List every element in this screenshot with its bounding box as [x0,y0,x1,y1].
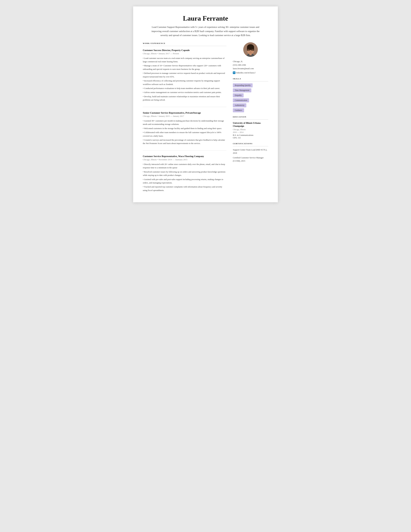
contact-city: Chicago, IL [233,60,268,63]
job-2-bullet-1: • Assisted 30+ customers per month in ma… [143,119,226,126]
skill-3: Empathy [233,93,244,97]
skills-list: Responding Quickly Time Management Empat… [233,83,268,112]
job-3-bullet-1: • Directly interacted with 20+ online st… [143,162,226,170]
work-experience-section: WORK EXPERIENCE Customer Success Directo… [143,42,226,192]
education-section: EDUCATION University of Illinois Urbana-… [233,116,268,139]
svg-rect-12 [249,53,252,55]
resume-page: Laura Ferrante Lead Customer Support Rep… [133,6,278,202]
right-column: Chicago, IL (555) 389-2390 laura.ferrant… [233,42,268,193]
job-2-bullet-2: • Welcomed customers in the storage faci… [143,127,226,130]
skill-4: Communication [233,98,249,102]
avatar [243,42,258,57]
skills-label: SKILLS [233,78,268,80]
job-1-meta: Chicago, Illinois • January 2017 — Prese… [143,52,226,55]
job-1-bullet-2: • Manage a team of 10+ Customer Service … [143,64,226,71]
cert-2: Certified Customer Service Manager (CCSM… [233,156,268,162]
education-label: EDUCATION [233,116,268,118]
left-column: WORK EXPERIENCE Customer Success Directo… [143,42,226,193]
certifications-divider [233,146,268,146]
edu-location: Chicago, Illinois [233,128,268,131]
avatar-container [233,42,268,57]
job-1-bullet-4: • Increased efficiency of collecting and… [143,79,226,86]
job-2-desc: • Assisted 30+ customers per month in ma… [143,119,226,145]
linkedin-icon: in [233,71,235,74]
job-3-bullet-2: • Resolved customer issues by following … [143,170,226,177]
job-1-bullet-7: • Develop, build and maintain customer r… [143,95,226,102]
svg-point-10 [250,51,251,52]
job-1: Customer Success Director, Property Caps… [143,49,226,107]
work-divider [143,46,226,46]
job-2-bullet-3: • Collaborated with other team members t… [143,131,226,138]
body-layout: WORK EXPERIENCE Customer Success Directo… [143,42,268,193]
certifications-label: CERTIFICATIONS [233,142,268,144]
work-experience-label: WORK EXPERIENCE [143,42,226,44]
linkedin-row: in linkedin.com/in/laura.f [233,71,268,75]
certifications-section: CERTIFICATIONS Support Center Team Lead … [233,142,268,162]
skill-5: Authenticity [233,103,246,107]
skill-1: Responding Quickly [233,83,253,87]
job-1-bullet-1: • Lead customer success team at a real e… [143,57,226,63]
skill-2: Time Management [233,88,251,92]
education-divider [233,119,268,120]
job-1-title: Customer Success Director, Property Caps… [143,49,226,52]
edu-degree: B.S. in Communications [233,134,268,136]
job-3-bullet-3: • Assisted with pre-sales and post-sales… [143,178,226,185]
job-3: Customer Service Representative, Waco Fl… [143,155,226,192]
skills-section: SKILLS Responding Quickly Time Managemen… [233,78,268,112]
svg-point-9 [252,49,253,50]
job-1-bullet-5: • Conducted performance evaluations to h… [143,86,226,90]
linkedin-url: linkedin.com/in/laura.f [236,71,255,75]
candidate-summary: Lead Customer Support Representative wit… [151,25,260,38]
edu-years: 2010 — 2014 [233,131,268,133]
edu-university: University of Illinois Urbana-Champaign [233,122,268,128]
job-3-title: Customer Service Representative, Waco Fl… [143,155,226,158]
job-2-title: Senior Customer Service Representative, … [143,112,226,114]
job-2-bullet-4: • Created e-surveys and increased the pe… [143,138,226,145]
job-2: Senior Customer Service Representative, … [143,112,226,151]
job-3-meta: Chicago, Illinois • November 2014 — Jaun… [143,158,226,161]
job-3-desc: • Directly interacted with 20+ online st… [143,162,226,192]
job-3-bullet-4: • Tracked and reported top customer comp… [143,185,226,192]
candidate-name: Laura Ferrante [143,14,268,22]
contact-phone: (555) 389-2390 [233,63,268,67]
job-2-meta: Chicago, Illinois • January 2015 — Janua… [143,115,226,117]
edu-gpa: GPA: 3.6 [233,136,268,139]
contact-email: laura.ferrante@mail.com [233,67,268,70]
job-1-bullet-6: • Advise senior management on customer s… [143,91,226,94]
job-1-bullet-3: • Defined processes to manage customer s… [143,71,226,78]
skill-6: Guidance [233,108,244,112]
resume-header: Laura Ferrante Lead Customer Support Rep… [143,14,268,38]
svg-point-8 [248,49,249,50]
contact-info: Chicago, IL (555) 389-2390 laura.ferrant… [233,60,268,75]
job-1-desc: • Lead customer success team at a real e… [143,57,226,102]
cert-1: Support Center Team Lead (HID SCTL), 201… [233,148,268,154]
